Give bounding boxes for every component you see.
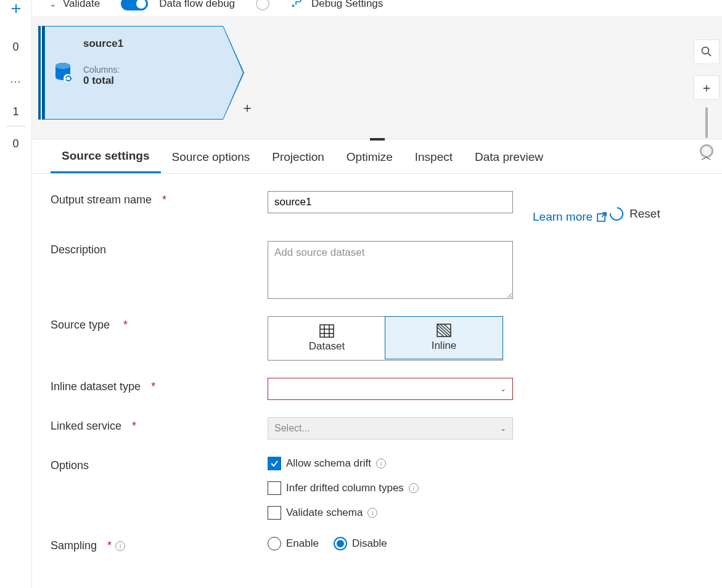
source-type-segmented: Dataset Inline: [268, 316, 503, 361]
node-accent-bar: [38, 26, 41, 120]
source-settings-form: Output stream name * Learn more Reset De…: [32, 174, 722, 570]
add-icon[interactable]: ＋: [7, 0, 25, 20]
loading-spinner-icon: [256, 0, 269, 10]
tab-source-options[interactable]: Source options: [161, 141, 261, 173]
debug-settings-button[interactable]: Debug Settings: [311, 0, 383, 10]
dataflow-debug-toggle[interactable]: [121, 0, 148, 10]
zoom-slider-track[interactable]: [705, 107, 708, 138]
toolbar: ⌄ Validate Data flow debug Debug Setting…: [32, 0, 722, 10]
source-type-dataset[interactable]: Dataset: [268, 317, 385, 360]
checkbox-label: Allow schema drift: [286, 457, 371, 470]
output-stream-name-input[interactable]: [268, 191, 513, 213]
learn-more-link[interactable]: Learn more: [533, 210, 607, 224]
rail-item-0[interactable]: 0: [12, 41, 18, 54]
external-link-icon: [596, 211, 607, 223]
check-icon: [270, 459, 279, 468]
validate-schema-checkbox[interactable]: [268, 506, 281, 520]
collapse-panel-button[interactable]: ︿: [701, 149, 712, 164]
reset-button[interactable]: Reset: [610, 207, 660, 221]
allow-schema-drift-checkbox[interactable]: [268, 457, 281, 470]
checkbox-label: Validate schema: [286, 507, 363, 519]
dataflow-canvas[interactable]: source1 Columns: 0 total ＋ ＋: [32, 16, 722, 139]
svg-line-6: [602, 213, 606, 217]
search-button[interactable]: [694, 39, 720, 64]
node-title: source1: [83, 38, 218, 50]
inline-dataset-type-label: Inline dataset type *: [51, 378, 248, 393]
search-icon: [701, 46, 712, 57]
info-icon[interactable]: i: [367, 508, 377, 518]
chevron-down-icon: ⌄: [500, 385, 506, 393]
infer-drifted-checkbox[interactable]: [268, 481, 281, 495]
validate-button[interactable]: Validate: [63, 0, 100, 10]
sampling-label: Sampling * i: [51, 537, 248, 552]
chevron-down-icon[interactable]: ⌄: [49, 0, 57, 9]
debug-settings-icon[interactable]: [290, 0, 303, 12]
linked-service-dropdown[interactable]: Select... ⌄: [268, 417, 513, 439]
dropdown-placeholder: Select...: [274, 423, 310, 434]
info-icon[interactable]: i: [409, 483, 419, 493]
info-icon[interactable]: i: [376, 459, 386, 468]
options-label: Options: [51, 457, 248, 472]
inline-dataset-type-dropdown[interactable]: ⌄: [268, 378, 513, 400]
linked-service-label: Linked service *: [51, 417, 248, 433]
chevron-down-icon: ⌄: [500, 424, 506, 433]
left-rail: ＋ 0 ⋯ 1 0: [0, 0, 32, 588]
description-textarea[interactable]: [268, 241, 513, 299]
info-icon[interactable]: i: [115, 541, 125, 551]
node-columns-value: 0 total: [83, 75, 218, 87]
node-columns-label: Columns:: [83, 65, 218, 75]
rail-item-2[interactable]: 0: [12, 137, 18, 150]
tab-data-preview[interactable]: Data preview: [464, 141, 554, 173]
reset-icon: [607, 205, 626, 224]
description-label: Description: [51, 241, 248, 256]
svg-point-3: [702, 47, 709, 54]
checkbox-label: Infer drifted column types: [286, 482, 404, 494]
add-node-button[interactable]: ＋: [240, 99, 254, 117]
tab-optimize[interactable]: Optimize: [335, 141, 404, 173]
tabs-bar: Source settings Source options Projectio…: [32, 139, 722, 174]
dataflow-debug-label: Data flow debug: [159, 0, 235, 10]
inline-icon: [437, 324, 451, 337]
database-icon: [54, 62, 72, 83]
zoom-in-button[interactable]: ＋: [694, 75, 720, 100]
svg-line-4: [708, 54, 712, 57]
svg-rect-7: [320, 325, 334, 337]
output-stream-name-label: Output stream name *: [51, 191, 248, 206]
source-type-inline[interactable]: Inline: [385, 316, 503, 359]
tab-source-settings[interactable]: Source settings: [51, 139, 161, 173]
tab-projection[interactable]: Projection: [261, 141, 335, 173]
dataset-icon: [319, 324, 334, 338]
sampling-enable-radio[interactable]: Enable: [268, 537, 319, 550]
rail-item-1[interactable]: 1: [12, 105, 18, 118]
tab-inspect[interactable]: Inspect: [404, 141, 464, 173]
rail-item-more[interactable]: ⋯: [10, 75, 22, 88]
sampling-disable-radio[interactable]: Disable: [334, 537, 387, 550]
source-type-label: Source type *: [51, 316, 248, 332]
rail-separator: [7, 126, 25, 126]
source-node[interactable]: source1 Columns: 0 total: [44, 26, 223, 120]
panel-resize-grip[interactable]: [370, 138, 385, 141]
svg-point-1: [55, 63, 70, 69]
